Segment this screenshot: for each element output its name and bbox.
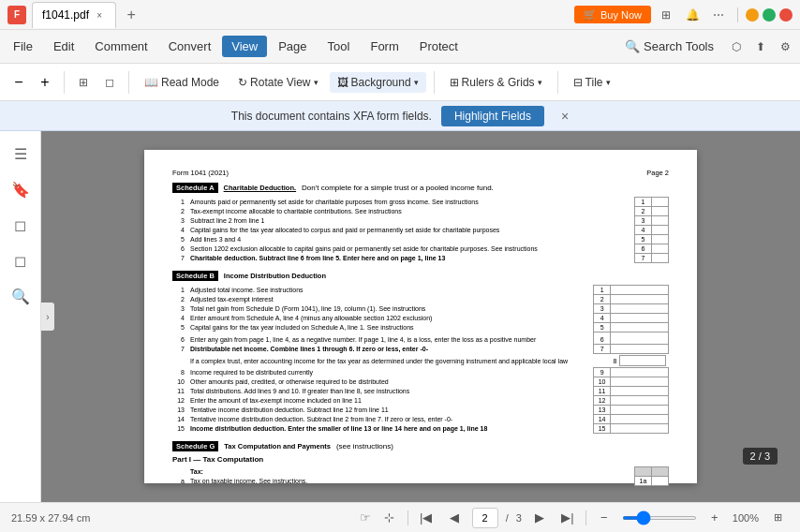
menu-page[interactable]: Page [269,36,316,57]
schedule-a-subtitle: Don't complete for a simple trust or a p… [302,184,494,192]
xfa-close-button[interactable]: × [561,109,569,124]
menu-form[interactable]: Form [361,36,407,57]
menubar: File Edit Comment Convert View Page Tool… [0,30,800,64]
toolbar-divider-3 [434,71,435,94]
book-icon: 📖 [144,76,158,89]
more-options-icon[interactable]: ⋯ [707,4,730,26]
buy-now-button[interactable]: 🛒 Buy Now [574,6,651,23]
table-row: 11 Total distributions. Add lines 9 and … [172,387,669,396]
cursor-tool-1[interactable]: ☞ [355,508,376,528]
zoom-slider[interactable] [622,516,697,520]
search-tools-button[interactable]: 🔍 Search Tools [615,36,723,57]
rotate-icon: ↻ [238,76,247,89]
row-box: 1 [635,198,652,207]
fit-page-icon[interactable]: ⊞ [766,507,789,529]
table-row: 12 Enter the amount of tax-exempt income… [172,396,669,406]
table-row: 2 Adjusted tax-exempt interest 2 [172,295,669,304]
single-page-icon[interactable]: ◻ [98,71,121,94]
next-page-button[interactable]: ▶ [529,508,550,528]
titlebar-left: F f1041.pdf × + [7,2,574,28]
panel-nav-icon[interactable]: ☰ [6,139,36,169]
highlight-fields-button[interactable]: Highlight Fields [441,106,544,126]
page-separator: / [506,512,509,524]
cart-icon: 🛒 [584,8,597,21]
panel-collapse-arrow[interactable]: › [41,303,54,331]
read-mode-button[interactable]: 📖 Read Mode [137,72,227,93]
zoom-minus-button[interactable]: − [7,71,30,94]
cursor-tool-2[interactable]: ⊹ [379,508,400,528]
schedule-a-table: 1 Amounts paid or permanently set aside … [172,197,669,263]
menu-view[interactable]: View [222,36,267,57]
tab-close-button[interactable]: × [93,8,106,22]
table-row: 7 Distributable net income. Combine line… [172,345,669,354]
rulers-icon: ⊞ [450,76,459,89]
menu-edit[interactable]: Edit [44,36,83,57]
schedule-b-label: Schedule B [172,271,218,281]
titlebar-right: 🛒 Buy Now ⊞ 🔔 ⋯ [574,4,793,26]
first-page-button[interactable]: |◀ [416,508,437,528]
panel-page-icon[interactable]: ◻ [6,210,36,240]
settings-icon[interactable]: ⚙ [774,36,796,58]
main-content: ☰ 🔖 ◻ ◻ 🔍 › Form 1041 (2021) Page 2 Sche… [0,131,800,502]
menu-protect[interactable]: Protect [410,36,467,57]
tile-dropdown-icon: ▾ [606,78,611,87]
cursor-tools: ☞ ⊹ [355,508,400,528]
table-row: 4 Capital gains for the tax year allocat… [172,226,669,235]
page-view-icon[interactable]: ⊞ [72,71,95,94]
app-logo-icon: F [7,6,26,24]
total-pages: 3 [516,512,522,524]
schedule-g-label: Schedule G [172,441,218,451]
toolbar: − + ⊞ ◻ 📖 Read Mode ↻ Rotate View ▾ 🖼 Ba… [0,64,800,101]
menu-file[interactable]: File [4,36,42,57]
minimize-button[interactable] [746,8,759,22]
panel-search-icon[interactable]: 🔍 [6,281,36,311]
bottombar: 21.59 x 27.94 cm ☞ ⊹ |◀ ◀ / 3 ▶ ▶| − + 1… [0,502,800,532]
schedule-a-title: Charitable Deduction. [224,184,297,192]
prev-page-button[interactable]: ◀ [444,508,465,528]
schedule-g-part1: Part I — Tax Computation [172,455,669,464]
zoom-in-button[interactable]: + [704,508,725,528]
zoom-plus-button[interactable]: + [34,71,56,94]
rotate-view-button[interactable]: ↻ Rotate View ▾ [230,72,325,93]
current-page-input[interactable] [472,508,498,528]
menu-comment[interactable]: Comment [85,36,156,57]
close-button[interactable] [779,8,793,22]
schedule-g-title: Tax Computation and Payments [224,442,331,451]
toolbar-icon-2[interactable]: 🔔 [681,4,704,26]
divider [737,7,738,22]
table-row: 5 Capital gains for the tax year include… [172,323,669,332]
tile-icon: ⊟ [573,76,583,89]
maximize-button[interactable] [763,8,776,22]
form-input-8[interactable] [619,355,666,366]
divider [407,510,408,525]
table-row: 14 Tentative income distribution deducti… [172,415,669,424]
schedule-b-title: Income Distribution Deduction [224,272,326,280]
last-page-button[interactable]: ▶| [557,508,578,528]
dimensions-label: 21.59 x 27.94 cm [11,512,90,524]
toolbar-divider-2 [128,71,129,94]
schedule-g-header: Schedule G Tax Computation and Payments … [172,441,669,451]
pdf-tab[interactable]: f1041.pdf × [32,2,116,28]
external-link-icon[interactable]: ⬡ [725,36,748,58]
zoom-out-button[interactable]: − [594,508,615,528]
row-num: 1 [172,198,187,207]
table-row: 10 Other amounts paid, credited, or othe… [172,377,669,387]
background-button[interactable]: 🖼 Background ▾ [330,72,426,93]
table-row: 8 Income required to be distributed curr… [172,368,669,377]
tile-button[interactable]: ⊟ Tile ▾ [566,72,618,93]
new-tab-button[interactable]: + [122,6,141,24]
toolbar-icon-1[interactable]: ⊞ [655,4,677,26]
expand-icon[interactable]: ⬆ [749,36,772,58]
pdf-page: Form 1041 (2021) Page 2 Schedule A Chari… [144,150,697,483]
rulers-grids-button[interactable]: ⊞ Rulers & Grids ▾ [442,72,550,93]
toolbar-divider-1 [64,71,65,94]
menu-tool[interactable]: Tool [319,36,360,57]
table-row: 6 Enter any gain from page 1, line 4, as… [172,332,669,345]
table-row: 1 Amounts paid or permanently set aside … [172,198,669,207]
pdf-viewer[interactable]: Form 1041 (2021) Page 2 Schedule A Chari… [41,131,800,502]
row-desc: Amounts paid or permanently set aside fo… [187,198,635,207]
panel-bookmark-icon[interactable]: 🔖 [6,174,36,204]
page-label: Page 2 [646,169,669,177]
menu-convert[interactable]: Convert [159,36,221,57]
panel-layers-icon[interactable]: ◻ [6,245,36,275]
